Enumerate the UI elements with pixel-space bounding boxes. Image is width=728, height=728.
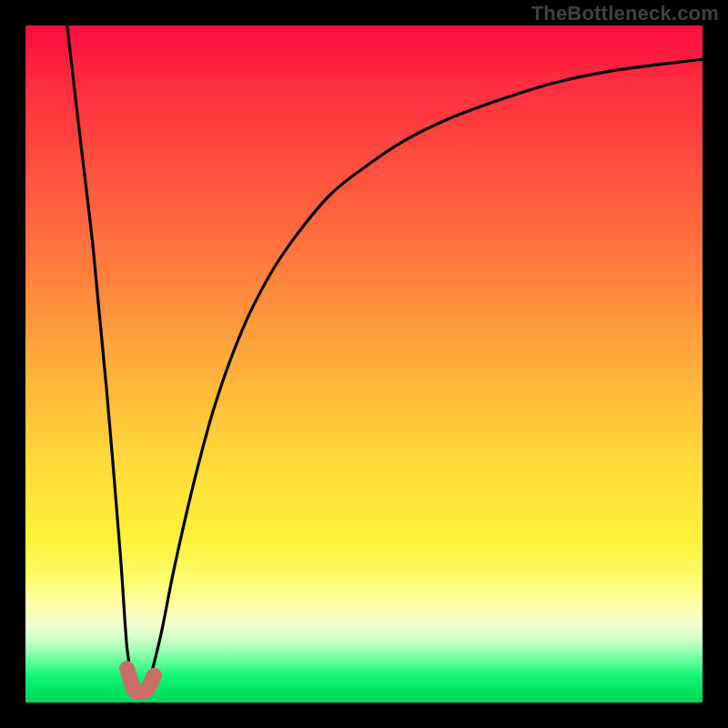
plot-area <box>25 25 703 703</box>
bottleneck-curve <box>25 25 703 703</box>
chart-frame: TheBottleneck.com <box>0 0 728 728</box>
watermark-text: TheBottleneck.com <box>531 2 719 25</box>
